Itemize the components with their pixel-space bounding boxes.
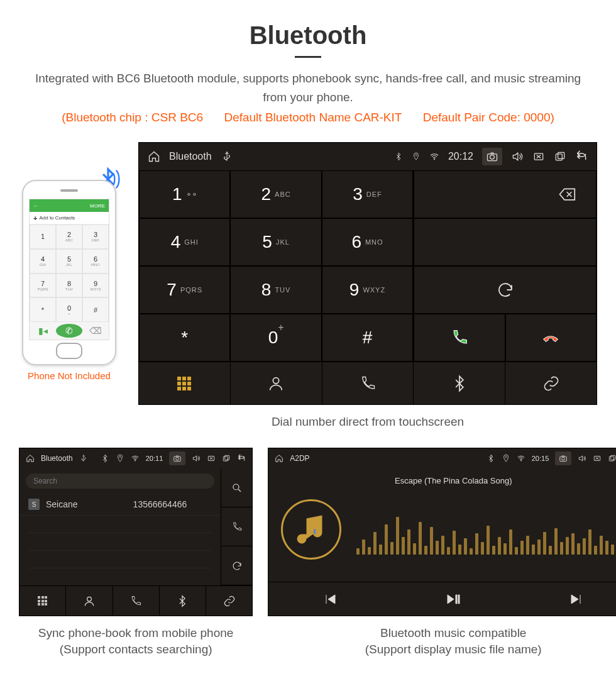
dial-key-2[interactable]: 2ABC: [230, 170, 321, 218]
contacts-search-input[interactable]: Search: [26, 473, 214, 489]
contact-row[interactable]: S Seicane 13566664466: [19, 494, 221, 516]
dial-key-*[interactable]: *: [139, 314, 230, 362]
music-screen: A2DP 20:15 Escape (The Pina Colada Song): [268, 448, 616, 616]
phone-key: 5JKL: [56, 249, 82, 274]
phone-key: 9WXYZ: [82, 274, 109, 298]
dialer-caption: Dial number direct from touchscreen: [138, 414, 597, 430]
recent-apps-icon[interactable]: [608, 454, 616, 463]
dial-key-1[interactable]: 1⚬⚬: [139, 170, 230, 218]
music-caption: Bluetooth music compatible (Support disp…: [268, 625, 616, 658]
phone-more-label: MORE: [90, 203, 105, 209]
spec-code: Default Pair Code: 0000): [423, 111, 554, 124]
contact-empty-rows: [19, 516, 221, 568]
dial-key-6[interactable]: 6MNO: [322, 218, 413, 266]
tab-contacts[interactable]: [66, 586, 113, 616]
phone-key: 7PQRS: [30, 274, 56, 298]
contacts-screen: Bluetooth 20:11 Search S Seicane: [19, 448, 253, 616]
contact-number: 13566664466: [133, 499, 212, 509]
tab-bluetooth[interactable]: [160, 586, 206, 616]
contact-name: Seicane: [46, 499, 78, 509]
spec-line: (Bluetooth chip : CSR BC6 Default Blueto…: [0, 111, 616, 124]
tab-calllog[interactable]: [113, 586, 160, 616]
bluetooth-status-icon: [487, 454, 495, 463]
tab-contacts[interactable]: [231, 362, 322, 404]
camera-icon[interactable]: [169, 451, 185, 465]
phone-key: 8TUV: [56, 274, 82, 298]
spec-chip: (Bluetooth chip : CSR BC6: [62, 111, 203, 124]
contacts-search-button[interactable]: [221, 468, 252, 507]
tab-bluetooth[interactable]: [414, 362, 505, 404]
dial-key-5[interactable]: 5JKL: [230, 218, 321, 266]
dial-key-3[interactable]: 3DEF: [322, 170, 413, 218]
volume-icon[interactable]: [511, 150, 524, 163]
usb-icon: [79, 454, 88, 463]
contacts-call-button[interactable]: [221, 507, 252, 546]
location-icon: [412, 152, 421, 161]
volume-icon[interactable]: [192, 454, 201, 463]
close-screen-icon[interactable]: [593, 454, 602, 463]
tab-calllog[interactable]: [322, 362, 414, 404]
contacts-status-title: Bluetooth: [41, 454, 73, 463]
back-icon[interactable]: [237, 454, 246, 463]
home-icon[interactable]: [275, 454, 283, 463]
tab-dialpad[interactable]: [139, 362, 231, 404]
hangup-button[interactable]: [505, 314, 597, 362]
phone-dialpad: 12ABC3DEF4GHI5JKL6MNO7PQRS8TUV9WXYZ*0+#: [30, 224, 109, 322]
dial-key-7[interactable]: 7PQRS: [139, 266, 230, 314]
dial-key-8[interactable]: 8TUV: [230, 266, 321, 314]
phone-topbar: ← MORE: [30, 199, 109, 212]
music-equalizer: [356, 504, 616, 555]
dialer-screen: Bluetooth 20:12 1⚬⚬2ABC3DEF4GHI5JKL6MNO7…: [138, 142, 597, 405]
phone-key: 0+: [56, 297, 82, 322]
phone-key: 1: [30, 224, 56, 249]
phone-key: 4GHI: [30, 249, 56, 274]
dial-key-9[interactable]: 9WXYZ: [322, 266, 413, 314]
prev-track-button[interactable]: [322, 592, 338, 607]
location-icon: [116, 454, 124, 463]
recent-apps-icon[interactable]: [554, 150, 566, 163]
contacts-sync-button[interactable]: [221, 546, 252, 585]
home-icon[interactable]: [148, 150, 160, 163]
phone-back-icon: ←: [33, 203, 38, 209]
dial-key-4[interactable]: 4GHI: [139, 218, 230, 266]
contacts-caption: Sync phone-book from mobile phone (Suppo…: [19, 625, 253, 658]
next-track-button[interactable]: [569, 592, 584, 607]
spec-name: Default Bluetooth Name CAR-KIT: [224, 111, 402, 124]
wifi-icon: [131, 454, 140, 463]
camera-icon[interactable]: [482, 148, 502, 165]
phone-video-icon: ▮◂: [30, 322, 56, 340]
back-icon[interactable]: [575, 150, 588, 163]
volume-icon[interactable]: [578, 454, 586, 463]
phone-caption: Phone Not Included: [19, 370, 119, 381]
contacts-time: 20:11: [146, 455, 163, 462]
play-pause-button[interactable]: [446, 592, 461, 607]
dial-key-#[interactable]: #: [322, 314, 413, 362]
refresh-button[interactable]: [414, 266, 597, 314]
wifi-icon: [429, 152, 439, 162]
tab-dialpad[interactable]: [19, 586, 66, 616]
home-icon[interactable]: [26, 454, 35, 463]
backspace-button[interactable]: [414, 170, 597, 218]
title-rule: [295, 56, 321, 58]
phone-backspace-icon: ⌫: [82, 322, 109, 340]
location-icon: [502, 454, 510, 463]
tab-pair[interactable]: [505, 362, 597, 404]
tab-pair[interactable]: [206, 586, 252, 616]
album-art-ring: [281, 499, 341, 560]
call-button[interactable]: [414, 314, 505, 362]
music-status-title: A2DP: [290, 454, 309, 463]
close-screen-icon[interactable]: [207, 454, 216, 463]
recent-apps-icon[interactable]: [222, 454, 231, 463]
phone-add-contacts: Add to Contacts: [30, 212, 109, 224]
bluetooth-status-icon: [394, 152, 403, 161]
dial-key-0[interactable]: 0+: [230, 314, 321, 362]
phone-key: 3DEF: [82, 224, 109, 249]
bluetooth-status-icon: [101, 454, 109, 463]
music-time: 20:15: [532, 455, 549, 462]
phone-key: 6MNO: [82, 249, 109, 274]
contact-badge: S: [28, 499, 40, 510]
phone-dial-button: ✆: [56, 322, 82, 340]
status-app-title: Bluetooth: [169, 151, 212, 162]
camera-icon[interactable]: [555, 451, 571, 465]
close-screen-icon[interactable]: [532, 150, 545, 163]
